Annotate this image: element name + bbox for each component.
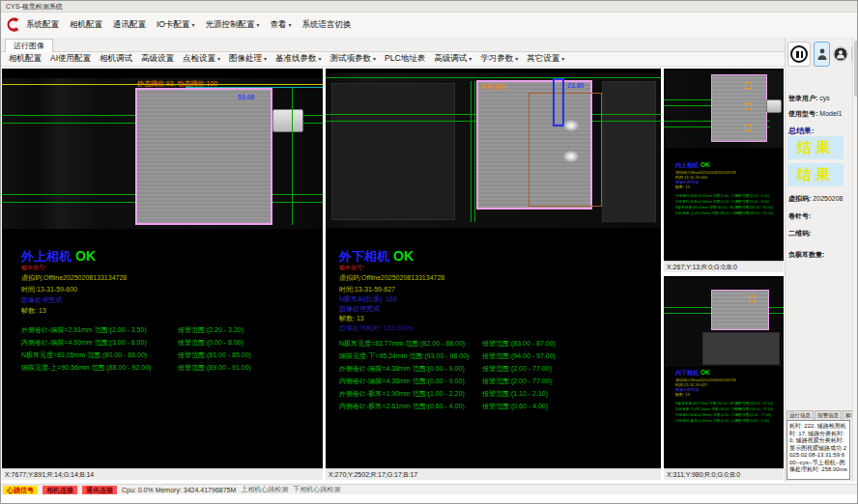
- camera-image-left[interactable]: 静态阈值:93, 动态阈值:100 53.08: [2, 78, 323, 229]
- menu-item[interactable]: 光源控制配置▾: [206, 19, 260, 31]
- alarm-range-text: 报警范围:(0.00 - 8.00): [178, 338, 243, 348]
- camera-image-thumb-top[interactable]: [664, 70, 784, 148]
- alarm-range-text: 报警范围:(83.00 - 87.00): [735, 402, 773, 406]
- toolbar-item[interactable]: 图像处理▾: [229, 53, 267, 65]
- toolbar-item[interactable]: 学习参数▾: [480, 53, 518, 65]
- measurement-row: 内侧卷针-隔膜=4.60mm 范围:(3.00 - 6.00)报警范围:(0.0…: [21, 338, 316, 350]
- chevron-down-icon: ▾: [319, 56, 322, 62]
- result-ok-badge: OK: [701, 161, 710, 168]
- measurement-text: 内侧卷针-隔膜=4.38mm 范围:(0.00 - 9.00): [339, 378, 465, 384]
- measurement-list: N极耳宽度=83.77mm 范围:(82.00 - 88.00)报警范围:(83…: [675, 402, 780, 425]
- film-region: [711, 290, 769, 330]
- toolbar-item[interactable]: 测试项参数▾: [330, 53, 377, 65]
- scrollbar-thumb[interactable]: [854, 41, 858, 97]
- operator-button[interactable]: [833, 46, 848, 62]
- camera-result-title: 内上相机OK: [675, 161, 710, 170]
- alarm-range-text: 报警范围:(0.00 - 8.00): [735, 200, 769, 204]
- barcode-line: 虚拟码:Offline20250208133134728: [339, 273, 444, 283]
- result-box-upper: 结果: [787, 136, 844, 159]
- measurement-row: 内侧卷针-极耳=2.61mm 范围:(0.60 - 4.00)报警范围:(0.6…: [675, 419, 780, 425]
- camera-image-middle[interactable]: AI检测区 23.80: [326, 73, 661, 228]
- heartbeat-badge: 心跳信号: [3, 486, 38, 494]
- model-value: Model1: [819, 110, 842, 117]
- menu-item[interactable]: 通讯配置: [113, 19, 146, 31]
- menu-item[interactable]: 相机配置: [70, 19, 102, 31]
- measure-line: [292, 88, 293, 225]
- pixel-coords-middle: X:270;Y:2502;R:17;G:17;B:17: [326, 468, 661, 480]
- toolbar-item[interactable]: AI使用配置: [50, 53, 91, 65]
- machine-block: [602, 81, 656, 222]
- alarm-range-text: 报警范围:(94.00 - 97.00): [735, 407, 773, 411]
- camera-panel-middle: AI检测区 23.80 外下相机OK 输出信号! 虚拟码:Offline2025…: [326, 69, 661, 480]
- measurement-text: N极耳宽度=83.05mm 范围:(80.00 - 86.00): [21, 351, 147, 358]
- app-window: CYS-视觉检测系统 系统配置相机配置通讯配置IO卡配置▾光源控制配置▾查看▾系…: [0, 0, 858, 504]
- toolbar-item[interactable]: 基准线参数▾: [275, 53, 322, 65]
- camera-link-badge: 相机连接: [43, 486, 77, 494]
- sidebar-buttons: [787, 42, 858, 67]
- ai-region-label: AI检测区: [480, 82, 507, 92]
- window-title: CYS-视觉检测系统: [6, 2, 63, 12]
- measurement-row: 内侧卷针-极耳=2.61mm 范围:(0.60 - 4.00)报警范围:(0.6…: [339, 402, 653, 414]
- alarm-range-text: 报警范围:(2.00 - 77.00): [482, 364, 552, 374]
- measurement-text: 隔膜宽度-下=95.24mm 范围:(93.00 - 98.00): [675, 407, 742, 411]
- result-ok-badge: OK: [701, 369, 710, 376]
- user-button[interactable]: [814, 42, 830, 67]
- tab-row: 运行图像: [1, 38, 785, 52]
- result-box-lower: 结果: [787, 163, 844, 186]
- alarm-range-text: 报警范围:(83.00 - 87.00): [482, 339, 556, 349]
- time-line: 时间:13-31-59-627: [339, 285, 395, 294]
- barcode-line: 虚拟码:Offline20250208133134728: [21, 273, 127, 283]
- toolbar: 相机配置AI使用配置相机调试高级设置点检设置▾图像处理▾基准线参数▾测试项参数▾…: [1, 52, 785, 67]
- toolbar-item[interactable]: 相机调试: [100, 53, 132, 65]
- alarm-range-text: 报警范围:(0.60 - 4.00): [735, 419, 769, 423]
- measurement-text: 外侧卷针-隔膜=4.38mm 范围:(0.00 - 9.00): [675, 413, 740, 417]
- cpu-memory-text: Cpu: 0.0% Memory: 3424.41796875M: [122, 487, 236, 493]
- meta-line: 帧数: 13: [675, 184, 735, 189]
- menu-item[interactable]: 系统语言切换: [302, 19, 352, 31]
- alarm-range-text: 报警范围:(81.00 - 85.00): [735, 206, 773, 210]
- tab-run-image[interactable]: 运行图像: [5, 39, 53, 52]
- menu-item[interactable]: 系统配置: [26, 19, 59, 31]
- machine-block: [702, 332, 780, 365]
- detect-box: [745, 82, 752, 89]
- toolbar-item[interactable]: 相机配置: [9, 53, 42, 65]
- film-region: [711, 74, 767, 142]
- info-tab[interactable]: 运行信息: [786, 410, 814, 420]
- alarm-range-text: 报警范围:(2.20 - 3.20): [735, 194, 769, 198]
- signal-note: 输出信号!: [21, 264, 46, 272]
- alarm-range-text: 报警范围:(2.00 - 77.00): [482, 377, 552, 386]
- result-ok-badge: OK: [393, 248, 414, 264]
- measurement-row: 外侧卷针-隔膜=4.38mm 范围:(0.00 - 9.00)报警范围:(2.0…: [339, 364, 653, 377]
- toolbar-item[interactable]: 其它设置▾: [527, 53, 564, 65]
- pause-button[interactable]: [787, 42, 811, 67]
- chevron-down-icon: ▾: [257, 22, 260, 28]
- menu-item[interactable]: 查看▾: [271, 19, 292, 31]
- alarm-range-text: 报警范围:(94.00 - 97.00): [482, 351, 556, 361]
- menu-bar: 系统配置相机配置通讯配置IO卡配置▾光源控制配置▾查看▾系统语言切换: [1, 13, 857, 38]
- measurement-text: 内侧卷针-隔膜=4.60mm 范围:(3.00 - 6.00): [21, 339, 147, 346]
- toolbar-item[interactable]: 高级调试▾: [434, 53, 472, 65]
- info-tab[interactable]: 报警信息: [815, 410, 842, 420]
- sidebar-scrollbar[interactable]: [852, 38, 858, 482]
- toolbar-item[interactable]: 点检设置▾: [183, 53, 220, 65]
- toolbar-item[interactable]: PLC地址表: [385, 53, 425, 65]
- measure-line: [471, 81, 472, 222]
- toolbar-item[interactable]: 高级设置: [141, 53, 174, 65]
- menu-item[interactable]: IO卡配置▾: [157, 19, 195, 31]
- measurement-row: 外侧卷针-极耳=1.90mm 范围:(1.00 - 2.20)报警范围:(1.1…: [339, 389, 653, 402]
- app-logo-icon: [5, 16, 21, 33]
- meta-lines: 虚拟码:Offline20250208133134728时间:13-31-59-…: [675, 378, 735, 397]
- run-log-box[interactable]: 耗时: 222, 辅路检测耗时: 17, 辅路分类耗时: 0, 辅路视胶分类耗时…: [786, 420, 850, 480]
- alarm-range-text: 报警范围:(89.00 - 91.00): [735, 211, 773, 215]
- measurement-row: 内侧卷针-隔膜=4.38mm 范围:(0.00 - 9.00)报警范围:(2.0…: [339, 377, 653, 389]
- camera-image-thumb-bottom[interactable]: [664, 278, 784, 367]
- alarm-range-text: 报警范围:(81.00 - 85.00): [178, 350, 251, 360]
- camera-panel-left: 静态阈值:93, 动态阈值:100 53.08 外上相机OK 输出信号! 虚拟码…: [2, 69, 323, 480]
- sidebar: 登录用户:cys 使用型号:Model1 总结果: 结果 结果 虚拟码:2025…: [785, 38, 858, 482]
- frame-line: 帧数: 13: [21, 306, 46, 316]
- process-done-line: 图像处理完成: [339, 304, 380, 314]
- measurement-text: N极耳宽度=83.77mm 范围:(82.00 - 88.00): [339, 340, 465, 347]
- measurement-text: 外侧卷针-隔膜=2.91mm 范围:(2.00 - 3.50): [675, 194, 740, 198]
- measurement-text: 外侧卷针-隔膜=2.91mm 范围:(2.00 - 3.50): [21, 326, 147, 333]
- measurement-text: 内侧卷针-极耳=2.61mm 范围:(0.60 - 4.00): [339, 403, 465, 409]
